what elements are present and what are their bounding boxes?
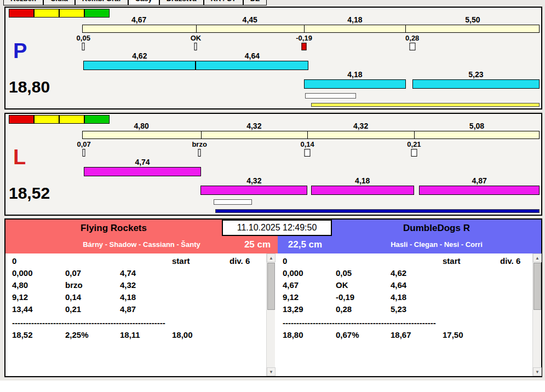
tab-kombi-graf[interactable]: Kombi Graf (75, 0, 128, 5)
table-cell: 0,21 (65, 305, 81, 313)
start-light-1 (9, 115, 34, 124)
table-cell: 0,07 (65, 269, 81, 277)
dog-time-label: 4,18 (347, 71, 362, 78)
changeover-label: 0,14 (301, 141, 314, 148)
progress-strip-bar (215, 209, 540, 213)
dog-time-label: 4,74 (135, 158, 150, 166)
changeover-label: 0,05 (77, 34, 90, 42)
lane-panel-p: P 18,80 4,674,454,185,500,05OK-0,190,284… (4, 7, 542, 109)
results-panel: Flying Rockets DumbleDogs R Bárny - Shad… (4, 218, 542, 377)
tab-strip: RozběhČidlaKombi GrafČasyDružstvaKR / ST… (3, 0, 267, 5)
table-total-cell: 18,11 (120, 331, 140, 339)
team-name-right: DumbleDogs R (332, 223, 541, 234)
progress-outline-bar (214, 199, 252, 205)
table-separator: ----------------------------------------… (12, 319, 165, 327)
leg-divider-tick (405, 25, 406, 32)
table-cell: 4,87 (120, 305, 136, 313)
table-cell: brzo (65, 281, 83, 289)
scrollbar[interactable]: ▲ ▼ (532, 253, 541, 376)
table-header-cell: div. 6 (230, 257, 250, 265)
leg-duration-bar (82, 131, 540, 139)
table-header-cell: start (172, 257, 190, 265)
lane-total-time: 18,52 (9, 185, 50, 201)
start-light-2 (34, 9, 59, 18)
leg-divider-tick (304, 25, 305, 32)
table-cell: 0,28 (336, 305, 352, 313)
start-light-2 (34, 115, 59, 124)
dog-time-label: 5,23 (468, 71, 483, 78)
changeover-label: OK (191, 34, 202, 42)
leg-time-label: 4,80 (134, 122, 149, 130)
table-cell: 13,44 (12, 305, 33, 313)
dog-run-bar (419, 186, 540, 195)
table-cell: 4,74 (120, 269, 136, 277)
table-header-cell: 0 (12, 257, 16, 265)
table-header-cell: start (443, 257, 461, 265)
scrollbar-thumb[interactable] (267, 263, 275, 310)
dog-run-bar (200, 186, 307, 195)
table-cell: 4,18 (391, 293, 406, 301)
app-window: RozběhČidlaKombi GrafČasyDružstvaKR / ST… (0, 0, 545, 381)
team-members-right: Hasli - Clegan - Nesi - Corri (332, 240, 541, 249)
changeover-label: 0,07 (77, 141, 90, 148)
dog-time-label: 4,62 (132, 52, 147, 60)
scrollbar-down-icon[interactable]: ▼ (267, 367, 276, 376)
start-light-1 (9, 9, 34, 18)
changeover-marker-tick (83, 149, 85, 157)
table-cell: 4,80 (12, 281, 28, 289)
lane-chart: 4,674,454,185,500,05OK-0,190,284,624,644… (82, 8, 540, 108)
leg-divider-tick (196, 25, 197, 32)
changeover-marker-tick (194, 43, 197, 50)
table-cell: 0,000 (12, 269, 33, 277)
progress-outline-bar (305, 93, 356, 99)
leg-time-label: 4,32 (353, 122, 368, 130)
table-cell: 0,05 (336, 269, 352, 277)
lane-total-time: 18,80 (9, 79, 50, 95)
tab-dru-stva[interactable]: Družstva (159, 0, 204, 5)
table-cell: 4,62 (391, 269, 406, 277)
scrollbar[interactable]: ▲ ▼ (266, 253, 275, 376)
dog-run-bar (412, 79, 540, 89)
changeover-marker-white-square (409, 43, 415, 50)
table-total-cell: 2,25% (65, 331, 89, 339)
tab--idla[interactable]: Čidla (43, 0, 75, 5)
leg-time-label: 5,08 (469, 122, 484, 130)
table-total-cell: 18,52 (12, 331, 33, 339)
table-total-cell: 0,67% (336, 331, 359, 339)
scrollbar-down-icon[interactable]: ▼ (533, 367, 542, 376)
leg-time-label: 4,67 (131, 16, 146, 24)
table-cell: 4,64 (391, 281, 406, 289)
changeover-label: 0,28 (405, 34, 419, 42)
scrollbar-up-icon[interactable]: ▲ (533, 253, 542, 262)
changeover-marker-tick (82, 43, 85, 50)
table-cell: 4,18 (120, 293, 136, 301)
team-height-right: 22,5 cm (278, 239, 332, 250)
scrollbar-thumb[interactable] (533, 263, 541, 310)
datetime-display: 11.10.2025 12:49:50 (222, 220, 332, 236)
tab--asy[interactable]: Časy (128, 0, 159, 5)
table-total-cell: 17,50 (443, 331, 463, 339)
table-separator: ----------------------------------------… (283, 319, 436, 327)
scrollbar-up-icon[interactable]: ▲ (267, 253, 276, 262)
changeover-label: brzo (192, 141, 206, 148)
table-cell: 9,12 (283, 293, 299, 301)
tab-kr-st[interactable]: KR / ST (204, 0, 243, 5)
leg-time-label: 4,45 (243, 16, 257, 24)
tab-dz[interactable]: DZ (243, 0, 267, 5)
dog-time-label: 4,64 (245, 52, 260, 60)
leg-time-label: 5,50 (465, 16, 480, 24)
changeover-label: -0,19 (296, 34, 312, 42)
table-total-cell: 18,00 (172, 331, 193, 339)
dog-time-label: 4,87 (472, 177, 487, 185)
dog-run-bar (311, 186, 414, 195)
table-cell: 5,23 (391, 305, 406, 313)
lane-letter: L (13, 147, 26, 168)
table-cell: 13,29 (283, 305, 303, 313)
changeover-marker-white-square (305, 149, 311, 157)
dog-run-bar (83, 61, 196, 70)
lane-letter: P (13, 41, 27, 61)
dog-run-bar (304, 79, 406, 89)
dog-run-bar (196, 61, 308, 70)
leg-time-label: 4,18 (347, 16, 362, 24)
tab-rozb-h[interactable]: Rozběh (3, 0, 43, 5)
